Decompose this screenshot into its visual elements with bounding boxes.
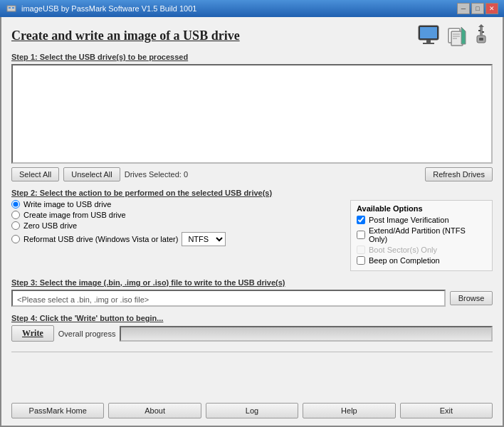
write-button[interactable]: Write bbox=[11, 325, 54, 342]
step2-left: Write image to USB drive Create image fr… bbox=[11, 200, 339, 271]
action-radio-group: Write image to USB drive Create image fr… bbox=[11, 200, 339, 246]
app-title: Create and write an image of a USB drive bbox=[11, 28, 240, 43]
copy-icon bbox=[446, 24, 467, 47]
bottom-divider bbox=[11, 352, 493, 352]
passmark-home-button[interactable]: PassMark Home bbox=[11, 403, 104, 418]
browse-button[interactable]: Browse bbox=[450, 291, 493, 305]
option-extend-partition[interactable]: Extend/Add Partition (NTFS Only) bbox=[357, 226, 486, 243]
refresh-drives-button[interactable]: Refresh Drives bbox=[425, 167, 493, 181]
step2-area: Write image to USB drive Create image fr… bbox=[11, 200, 493, 271]
file-path-display[interactable]: <Please select a .bin, .img or .iso file… bbox=[11, 290, 446, 307]
step3-label: Step 3: Select the image (.bin, .img or … bbox=[11, 278, 493, 287]
main-window: Create and write an image of a USB drive bbox=[0, 17, 504, 427]
step3-row: <Please select a .bin, .img or .iso file… bbox=[11, 290, 493, 307]
step2-label: Step 2: Select the action to be performe… bbox=[11, 189, 493, 197]
monitor-icon bbox=[417, 24, 443, 47]
exit-button[interactable]: Exit bbox=[400, 403, 493, 418]
maximize-button[interactable]: □ bbox=[471, 3, 484, 14]
unselect-all-button[interactable]: Unselect All bbox=[63, 167, 120, 181]
svg-rect-4 bbox=[420, 27, 437, 38]
svg-rect-1 bbox=[9, 7, 11, 9]
radio-zero-drive[interactable]: Zero USB drive bbox=[11, 221, 339, 230]
minimize-button[interactable]: ─ bbox=[457, 3, 470, 14]
svg-rect-18 bbox=[479, 38, 483, 41]
svg-rect-17 bbox=[482, 31, 484, 33]
drive-controls: Select All Unselect All Drives Selected:… bbox=[11, 167, 493, 181]
svg-rect-2 bbox=[12, 7, 14, 9]
usb-icon bbox=[470, 24, 493, 47]
drives-selected-label: Drives Selected: 0 bbox=[125, 170, 188, 179]
option-post-image-verification[interactable]: Post Image Verification bbox=[357, 216, 486, 224]
step4-label: Step 4: Click the 'Write' button to begi… bbox=[11, 314, 493, 322]
svg-rect-0 bbox=[7, 6, 16, 11]
available-options-title: Available Options bbox=[357, 204, 486, 213]
bottom-bar: PassMark Home About Log Help Exit bbox=[11, 403, 493, 418]
filesystem-select[interactable]: NTFS FAT32 exFAT bbox=[182, 232, 226, 246]
header-area: Create and write an image of a USB drive bbox=[11, 24, 493, 47]
header-icons bbox=[417, 24, 493, 47]
radio-reformat-drive[interactable]: Reformat USB drive (Windows Vista or lat… bbox=[11, 232, 339, 246]
svg-marker-12 bbox=[461, 27, 466, 44]
option-boot-sector: Boot Sector(s) Only bbox=[357, 246, 486, 254]
help-button[interactable]: Help bbox=[303, 403, 395, 418]
available-options-panel: Available Options Post Image Verificatio… bbox=[350, 200, 493, 271]
svg-rect-6 bbox=[423, 43, 434, 44]
title-bar-controls[interactable]: ─ □ ✕ bbox=[457, 3, 498, 14]
title-bar-left: imageUSB by PassMark Software V1.5 Build… bbox=[6, 3, 196, 14]
progress-label: Overall progress bbox=[58, 330, 116, 338]
svg-rect-5 bbox=[426, 40, 431, 43]
step1-label: Step 1: Select the USB drive(s) to be pr… bbox=[11, 53, 493, 61]
svg-marker-15 bbox=[478, 24, 484, 27]
select-all-button[interactable]: Select All bbox=[11, 167, 59, 181]
svg-rect-16 bbox=[478, 30, 481, 31]
window-title: imageUSB by PassMark Software V1.5 Build… bbox=[21, 4, 196, 13]
step4-row: Write Overall progress bbox=[11, 325, 493, 342]
app-icon bbox=[6, 3, 17, 14]
title-bar: imageUSB by PassMark Software V1.5 Build… bbox=[0, 0, 504, 17]
log-button[interactable]: Log bbox=[206, 403, 298, 418]
radio-write-image[interactable]: Write image to USB drive bbox=[11, 200, 339, 209]
drive-list-box[interactable] bbox=[11, 64, 493, 164]
radio-create-image[interactable]: Create image from USB drive bbox=[11, 211, 339, 219]
close-button[interactable]: ✕ bbox=[485, 3, 498, 14]
option-beep-completion[interactable]: Beep on Completion bbox=[357, 256, 486, 265]
progress-bar-container bbox=[120, 326, 493, 342]
about-button[interactable]: About bbox=[108, 403, 201, 418]
